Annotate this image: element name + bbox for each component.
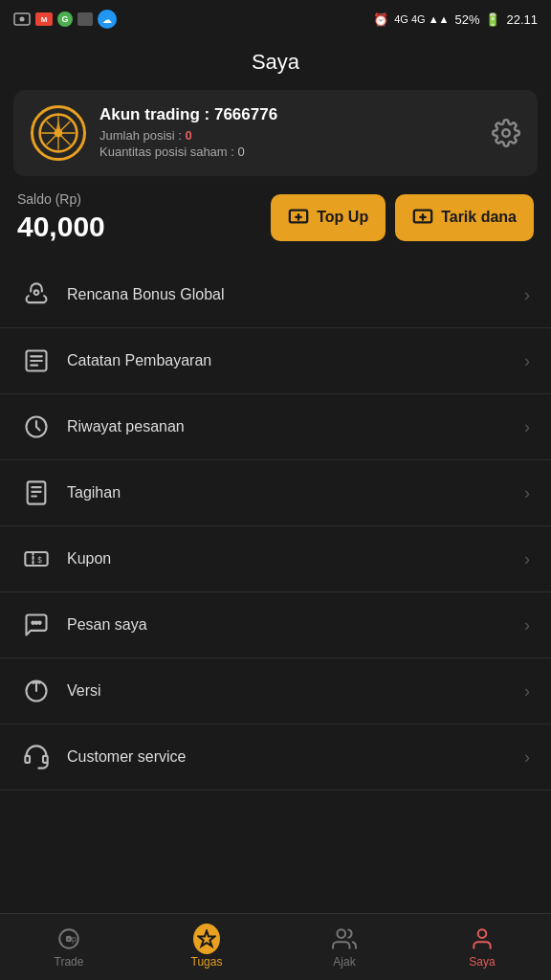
- chevron-right-icon: ›: [524, 747, 530, 768]
- nav-trade[interactable]: Rp Trade: [0, 914, 138, 980]
- stock-value: 0: [238, 145, 245, 159]
- balance-left: Saldo (Rp) 40,000: [17, 191, 105, 243]
- menu-label-rencana-bonus: Rencana Bonus Global: [67, 286, 225, 303]
- message-icon: [21, 610, 52, 640]
- trade-icon: Rp: [55, 925, 82, 952]
- nav-ajak[interactable]: Ajak: [276, 914, 413, 980]
- svg-text:Rp: Rp: [66, 934, 77, 944]
- ajak-icon: [331, 925, 358, 952]
- svg-point-1: [20, 17, 25, 22]
- order-history-icon: [21, 412, 52, 442]
- chevron-right-icon: ›: [524, 417, 530, 437]
- menu-item-kupon[interactable]: $ Kupon ›: [0, 526, 551, 592]
- balance-amount: 40,000: [17, 211, 105, 243]
- nav-ajak-label: Ajak: [333, 955, 355, 969]
- position-value: 0: [186, 128, 192, 143]
- nav-tugas[interactable]: Tugas: [138, 914, 276, 980]
- topup-button[interactable]: Top Up: [271, 194, 386, 241]
- chevron-right-icon: ›: [524, 285, 530, 305]
- menu-item-rencana-bonus[interactable]: Rencana Bonus Global ›: [0, 262, 551, 328]
- extra-icon: [77, 12, 93, 26]
- battery-icon: 🔋: [485, 12, 500, 27]
- svg-rect-35: [43, 756, 48, 763]
- bottom-nav: Rp Trade Tugas Ajak: [0, 913, 551, 980]
- svg-text:$: $: [37, 556, 42, 565]
- chevron-right-icon: ›: [524, 615, 530, 635]
- svg-point-31: [38, 622, 40, 624]
- svg-point-39: [337, 929, 345, 938]
- menu-list: Rencana Bonus Global › Catatan Pembayara…: [0, 262, 551, 791]
- menu-item-versi[interactable]: Versi ›: [0, 658, 551, 724]
- nav-tugas-label: Tugas: [191, 955, 223, 969]
- menu-label-kupon: Kupon: [67, 550, 111, 568]
- status-bar: M G ☁ ⏰ 4G 4G ▲▲ 52% 🔋 22.11: [0, 0, 551, 38]
- hand-coin-icon: [21, 279, 52, 310]
- svg-point-30: [35, 622, 37, 624]
- saya-icon: [469, 925, 496, 952]
- tarik-dana-icon: [412, 206, 433, 230]
- menu-label-tagihan: Tagihan: [67, 484, 121, 501]
- settings-button[interactable]: [492, 119, 520, 147]
- menu-item-riwayat-pesanan[interactable]: Riwayat pesanan ›: [0, 394, 551, 460]
- battery-percent: 52%: [454, 12, 479, 27]
- tugas-icon: [193, 925, 220, 952]
- weather-icon: ☁: [98, 10, 117, 29]
- coupon-icon: $: [21, 544, 52, 574]
- profile-card: Akun trading : 7666776 Jumlah posisi : 0…: [13, 90, 538, 176]
- topup-icon: [288, 206, 309, 230]
- position-count: Jumlah posisi : 0: [99, 128, 478, 143]
- menu-item-customer-service[interactable]: Customer service ›: [0, 724, 551, 791]
- gmail-icon: M: [35, 12, 53, 26]
- menu-label-pesan-saya: Pesan saya: [67, 616, 147, 634]
- chevron-right-icon: ›: [524, 549, 530, 569]
- headset-icon: [21, 742, 52, 772]
- g-icon: G: [57, 11, 73, 27]
- payment-records-icon: [21, 345, 52, 376]
- tarik-dana-button[interactable]: Tarik dana: [395, 194, 534, 241]
- invoice-icon: [21, 478, 52, 508]
- menu-item-tagihan[interactable]: Tagihan ›: [0, 460, 551, 526]
- tarik-dana-label: Tarik dana: [441, 209, 517, 226]
- clock-icon: ⏰: [373, 12, 388, 27]
- svg-point-29: [32, 622, 33, 624]
- time: 22.11: [506, 12, 538, 27]
- svg-point-9: [502, 129, 510, 137]
- svg-rect-34: [25, 756, 30, 763]
- svg-rect-26: [25, 552, 47, 566]
- menu-label-versi: Versi: [67, 682, 101, 700]
- compass-logo-svg: [37, 112, 79, 154]
- balance-buttons: Top Up Tarik dana: [271, 194, 534, 241]
- menu-item-pesan-saya[interactable]: Pesan saya ›: [0, 592, 551, 658]
- update-icon: [21, 676, 52, 706]
- chevron-right-icon: ›: [524, 483, 530, 503]
- screenshot-icon: [13, 12, 31, 26]
- status-icons: M G ☁: [13, 10, 117, 29]
- balance-row: Saldo (Rp) 40,000 Top Up: [0, 176, 551, 251]
- status-right: ⏰ 4G 4G ▲▲ 52% 🔋 22.11: [373, 12, 538, 27]
- svg-point-40: [478, 929, 487, 938]
- menu-label-customer-service: Customer service: [67, 748, 186, 766]
- page-title: Saya: [0, 38, 551, 90]
- svg-point-16: [34, 290, 39, 295]
- menu-label-riwayat-pesanan: Riwayat pesanan: [67, 418, 185, 435]
- nav-saya-label: Saya: [469, 955, 495, 969]
- profile-left: Akun trading : 7666776 Jumlah posisi : 0…: [31, 105, 478, 161]
- nav-trade-label: Trade: [55, 955, 84, 969]
- chevron-right-icon: ›: [524, 681, 530, 702]
- svg-rect-22: [28, 481, 46, 503]
- signal-icons: 4G 4G ▲▲: [394, 13, 449, 25]
- chevron-right-icon: ›: [524, 351, 530, 371]
- stock-position: Kuantitas posisi saham : 0: [99, 145, 478, 159]
- topup-label: Top Up: [317, 209, 368, 226]
- balance-label: Saldo (Rp): [17, 191, 105, 207]
- profile-info: Akun trading : 7666776 Jumlah posisi : 0…: [99, 105, 478, 161]
- svg-marker-8: [55, 121, 60, 133]
- nav-saya[interactable]: Saya: [413, 914, 551, 980]
- menu-item-catatan-pembayaran[interactable]: Catatan Pembayaran ›: [0, 328, 551, 394]
- app-logo: [31, 105, 86, 161]
- account-name: Akun trading : 7666776: [99, 105, 478, 124]
- menu-label-catatan-pembayaran: Catatan Pembayaran: [67, 352, 211, 369]
